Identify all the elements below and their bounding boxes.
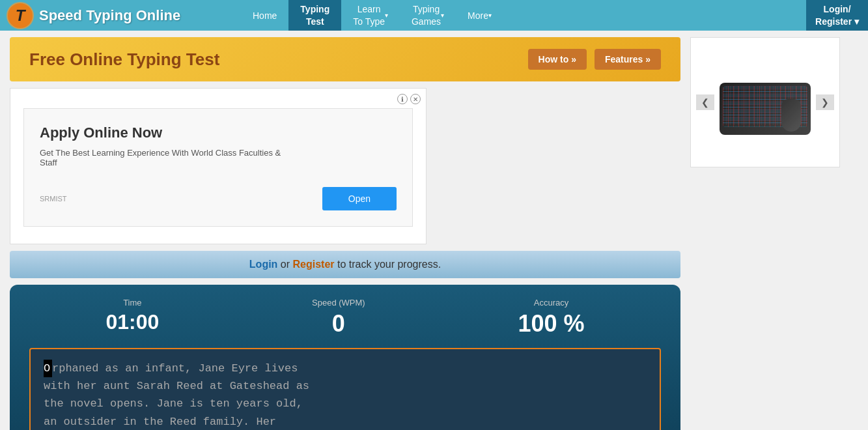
login-bar-suffix: to track your progress. bbox=[335, 259, 441, 270]
time-label: Time bbox=[105, 298, 159, 308]
or-text: or bbox=[277, 259, 292, 270]
typing-section: Time 01:00 Speed (WPM) 0 Accuracy 100 % … bbox=[10, 285, 680, 430]
nav-typing-games[interactable]: TypingGames bbox=[400, 0, 456, 31]
nav-more[interactable]: More bbox=[456, 0, 503, 31]
ad-open-button[interactable]: Open bbox=[322, 187, 397, 210]
register-link[interactable]: Register bbox=[293, 259, 335, 270]
typing-cursor: O bbox=[44, 360, 52, 377]
time-value: 01:00 bbox=[105, 310, 159, 334]
logo-icon: T bbox=[7, 2, 34, 29]
logo-text: Speed Typing Online bbox=[39, 7, 180, 24]
main-nav: Home TypingTest LearnTo Type TypingGames… bbox=[241, 0, 868, 31]
ad-info-button[interactable]: ℹ bbox=[397, 94, 408, 104]
ad-controls: ℹ ✕ bbox=[397, 94, 421, 104]
typing-stats: Time 01:00 Speed (WPM) 0 Accuracy 100 % bbox=[29, 298, 661, 337]
nav-home[interactable]: Home bbox=[241, 0, 288, 31]
accuracy-label: Accuracy bbox=[518, 298, 585, 308]
time-stat: Time 01:00 bbox=[105, 298, 159, 337]
login-bar: Login or Register to track your progress… bbox=[10, 251, 680, 278]
ad-description: Get The Best Learning Experience With Wo… bbox=[40, 148, 397, 167]
mouse-image bbox=[781, 99, 801, 132]
right-sidebar: ❮ ❯ bbox=[690, 31, 847, 430]
accuracy-stat: Accuracy 100 % bbox=[518, 298, 585, 337]
sidebar-ad: ❮ ❯ bbox=[690, 37, 840, 167]
nav-spacer bbox=[503, 0, 806, 31]
speed-value: 0 bbox=[312, 310, 365, 337]
accuracy-value: 100 % bbox=[518, 310, 585, 337]
ad-footer: SRMIST Open bbox=[40, 187, 397, 210]
banner-buttons: How to » Features » bbox=[528, 49, 661, 70]
typing-banner: Free Online Typing Test How to » Feature… bbox=[10, 37, 680, 81]
typing-box[interactable]: Orphaned as an infant, Jane Eyre lives w… bbox=[29, 348, 661, 430]
login-link[interactable]: Login bbox=[249, 259, 278, 270]
features-button[interactable]: Features » bbox=[595, 49, 661, 70]
ad-source: SRMIST bbox=[40, 195, 67, 203]
how-to-button[interactable]: How to » bbox=[528, 49, 587, 70]
nav-learn-to-type[interactable]: LearnTo Type bbox=[341, 0, 400, 31]
sidebar-next-button[interactable]: ❯ bbox=[816, 94, 834, 110]
keyboard-image bbox=[720, 83, 811, 135]
ad-box: ℹ ✕ Apply Online Now Get The Best Learni… bbox=[10, 88, 427, 244]
banner-title: Free Online Typing Test bbox=[29, 50, 219, 70]
sidebar-prev-button[interactable]: ❮ bbox=[696, 94, 714, 110]
ad-inner: Apply Online Now Get The Best Learning E… bbox=[23, 108, 413, 227]
header: T Speed Typing Online Home TypingTest Le… bbox=[0, 0, 868, 31]
ad-title: Apply Online Now bbox=[40, 124, 397, 141]
nav-typing-test[interactable]: TypingTest bbox=[288, 0, 341, 31]
left-content: Free Online Typing Test How to » Feature… bbox=[0, 31, 690, 430]
logo-letter: T bbox=[16, 7, 25, 25]
nav-login-register[interactable]: Login/Register ▾ bbox=[806, 0, 868, 31]
ad-close-button[interactable]: ✕ bbox=[410, 94, 421, 104]
ad-section: ℹ ✕ Apply Online Now Get The Best Learni… bbox=[10, 88, 680, 244]
speed-label: Speed (WPM) bbox=[312, 298, 365, 308]
speed-stat: Speed (WPM) 0 bbox=[312, 298, 365, 337]
logo-area: T Speed Typing Online bbox=[0, 2, 241, 29]
main-wrapper: Free Online Typing Test How to » Feature… bbox=[0, 31, 868, 430]
